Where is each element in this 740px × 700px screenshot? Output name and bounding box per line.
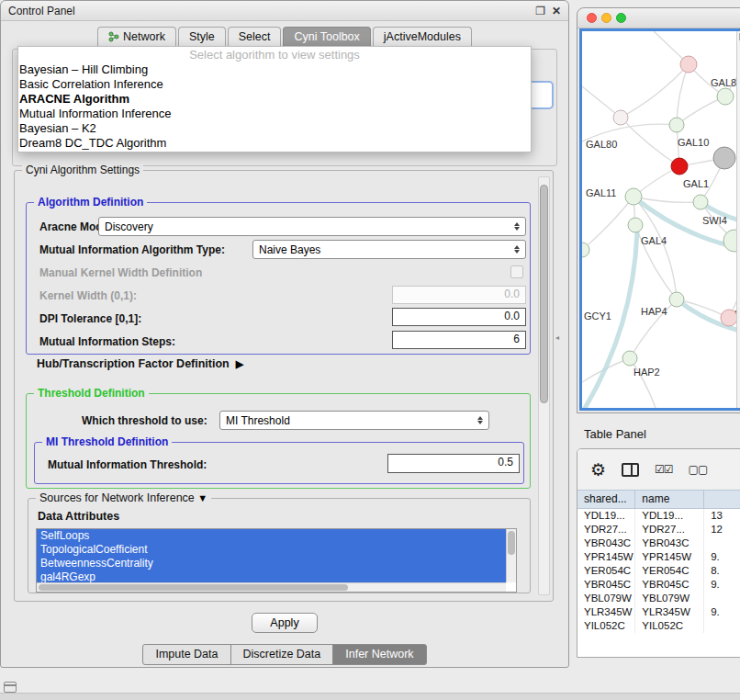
table-row[interactable]: YIL052CYIL052C bbox=[577, 619, 740, 633]
table-row[interactable]: YDL19...YDL19...13 bbox=[577, 509, 740, 523]
data-attributes-label: Data Attributes bbox=[38, 510, 119, 523]
panel-restore-icon[interactable] bbox=[4, 682, 17, 693]
network-node[interactable] bbox=[669, 292, 684, 307]
table-header-row: shared... name bbox=[577, 490, 740, 509]
attribute-item[interactable]: SelfLoops bbox=[37, 529, 506, 543]
manual-kernel-label: Manual Kernel Width Definition bbox=[39, 266, 202, 279]
table-row[interactable]: YBR043CYBR043C bbox=[577, 536, 740, 550]
chevron-down-icon: ▼ bbox=[197, 492, 207, 503]
bottom-tabbar: Impute Data Discretize Data Infer Networ… bbox=[1, 644, 568, 665]
table-settings-button[interactable]: ⚙ bbox=[590, 461, 606, 479]
network-node[interactable] bbox=[717, 88, 734, 105]
mi-steps-label: Mutual Information Steps: bbox=[39, 335, 175, 348]
tab-style[interactable]: Style bbox=[178, 27, 226, 47]
table-cell: YIL052C bbox=[635, 619, 704, 633]
network-node[interactable] bbox=[628, 218, 643, 232]
table-row[interactable]: YBR045CYBR045C9. bbox=[577, 578, 740, 592]
table-row[interactable]: YLR345WYLR345W9. bbox=[577, 605, 740, 619]
network-node[interactable] bbox=[680, 56, 697, 73]
attribute-item[interactable]: BetweennessCentrality bbox=[37, 557, 506, 570]
which-threshold-label: Which threshold to use: bbox=[82, 414, 207, 427]
tab-discretize-data[interactable]: Discretize Data bbox=[230, 644, 334, 665]
float-window-icon[interactable]: ❐ bbox=[535, 6, 545, 17]
algorithm-option[interactable]: Dream8 DC_TDC Algorithm bbox=[18, 136, 531, 151]
show-columns-button[interactable] bbox=[622, 463, 639, 477]
tab-select[interactable]: Select bbox=[228, 27, 282, 47]
mac-zoom-icon[interactable] bbox=[616, 13, 626, 23]
network-node[interactable] bbox=[622, 351, 637, 366]
table-cell: YBL079W bbox=[635, 592, 704, 605]
algorithm-definition-group: Algorithm Definition Aracne Mode: Discov… bbox=[26, 202, 531, 355]
column-header[interactable] bbox=[704, 491, 740, 508]
dpi-tolerance-field[interactable]: 0.0 bbox=[392, 308, 526, 326]
mi-threshold-label: Mutual Information Threshold: bbox=[48, 458, 207, 471]
which-threshold-select[interactable]: MI Threshold bbox=[219, 411, 489, 430]
mi-type-select[interactable]: Naive Bayes bbox=[252, 240, 526, 259]
algorithm-option[interactable]: Basic Correlation Inference bbox=[18, 77, 531, 92]
hub-definition-toggle[interactable]: Hub/Transcription Factor Definition ▶ bbox=[37, 357, 243, 370]
network-canvas[interactable]: GAL8GAL80GAL10GAL11GAL1SWI4GAL4GCY1HAP4H… bbox=[582, 31, 740, 408]
select-all-columns-button[interactable]: ☑☑ bbox=[655, 463, 673, 476]
settings-scrollbar[interactable] bbox=[538, 176, 550, 595]
network-node-label: HAP4 bbox=[641, 306, 667, 317]
kernel-width-field[interactable]: 0.0 bbox=[392, 286, 526, 304]
column-header[interactable]: name bbox=[635, 491, 704, 508]
table-row[interactable]: YDR27...YDR27...12 bbox=[577, 523, 740, 536]
threshold-definition-title: Threshold Definition bbox=[34, 387, 149, 400]
network-node[interactable] bbox=[625, 188, 642, 205]
network-view-window: GAL8GAL80GAL10GAL11GAL1SWI4GAL4GCY1HAP4H… bbox=[577, 7, 740, 413]
network-icon bbox=[108, 31, 119, 42]
attribute-item[interactable]: TopologicalCoefficient bbox=[37, 543, 506, 557]
sources-group-title[interactable]: Sources for Network Inference ▼ bbox=[36, 491, 211, 504]
network-node-label: GAL8 bbox=[711, 77, 736, 88]
table-cell: YBR043C bbox=[577, 536, 635, 550]
tab-network[interactable]: Network bbox=[97, 27, 176, 47]
close-icon[interactable]: ✕ bbox=[552, 6, 561, 17]
mac-close-icon[interactable] bbox=[587, 13, 597, 23]
manual-kernel-checkbox[interactable] bbox=[510, 265, 523, 278]
algorithm-option[interactable]: Bayesian – K2 bbox=[18, 121, 531, 136]
attr-list-hscrollbar[interactable] bbox=[37, 582, 506, 592]
algorithm-option[interactable]: ARACNE Algorithm bbox=[18, 92, 531, 107]
scrollbar-thumb[interactable] bbox=[540, 185, 548, 403]
network-scrollbar[interactable] bbox=[736, 31, 740, 408]
table-cell: YLR345W bbox=[577, 605, 635, 619]
table-row[interactable]: YPR145WYPR145W9. bbox=[577, 550, 740, 564]
kernel-width-label: Kernel Width (0,1): bbox=[39, 289, 137, 302]
mi-threshold-group: MI Threshold Definition Mutual Informati… bbox=[34, 442, 524, 484]
network-node[interactable] bbox=[671, 158, 688, 175]
mi-threshold-field[interactable]: 0.5 bbox=[387, 454, 520, 473]
tab-impute-data[interactable]: Impute Data bbox=[142, 644, 230, 665]
tab-label: Style bbox=[189, 30, 215, 43]
mi-steps-field[interactable]: 6 bbox=[392, 331, 526, 349]
data-attributes-list[interactable]: SelfLoopsTopologicalCoefficientBetweenne… bbox=[36, 528, 517, 593]
network-node[interactable] bbox=[713, 147, 735, 169]
network-node[interactable] bbox=[613, 110, 628, 125]
aracne-mode-select[interactable]: Discovery bbox=[98, 217, 526, 236]
tab-jactivemodules[interactable]: jActiveModules bbox=[373, 27, 472, 47]
mi-threshold-group-title: MI Threshold Definition bbox=[42, 435, 172, 448]
algorithm-option[interactable]: Bayesian – Hill Climbing bbox=[18, 62, 531, 77]
table-cell: YPR145W bbox=[635, 550, 704, 564]
network-node[interactable] bbox=[693, 195, 708, 209]
apply-button[interactable]: Apply bbox=[252, 613, 318, 633]
cyni-settings-group: Cyni Algorithm Settings Algorithm Defini… bbox=[14, 170, 554, 602]
threshold-definition-group: Threshold Definition Which threshold to … bbox=[26, 393, 531, 489]
network-node[interactable] bbox=[669, 118, 684, 132]
attr-list-vscrollbar[interactable] bbox=[506, 529, 516, 582]
table-row[interactable]: YER054CYER054C8. bbox=[577, 564, 740, 578]
table-cell: YDL19... bbox=[577, 509, 635, 523]
mac-minimize-icon[interactable] bbox=[601, 13, 611, 23]
tab-infer-network[interactable]: Infer Network bbox=[332, 644, 426, 665]
cyni-settings-group-title: Cyni Algorithm Settings bbox=[22, 164, 143, 176]
column-header[interactable]: shared... bbox=[577, 491, 635, 508]
table-row[interactable]: YBL079WYBL079W bbox=[577, 592, 740, 605]
gear-icon: ⚙ bbox=[590, 461, 606, 479]
deselect-all-columns-button[interactable]: ▢▢ bbox=[689, 463, 708, 476]
tab-cyni-toolbox[interactable]: Cyni Toolbox bbox=[283, 27, 370, 47]
network-node-label: GCY1 bbox=[584, 310, 611, 322]
table-cell: YBR045C bbox=[635, 578, 704, 592]
table-cell: 9. bbox=[704, 578, 740, 592]
table-cell: YBR043C bbox=[635, 536, 704, 550]
algorithm-option[interactable]: Mutual Information Inference bbox=[18, 107, 531, 121]
